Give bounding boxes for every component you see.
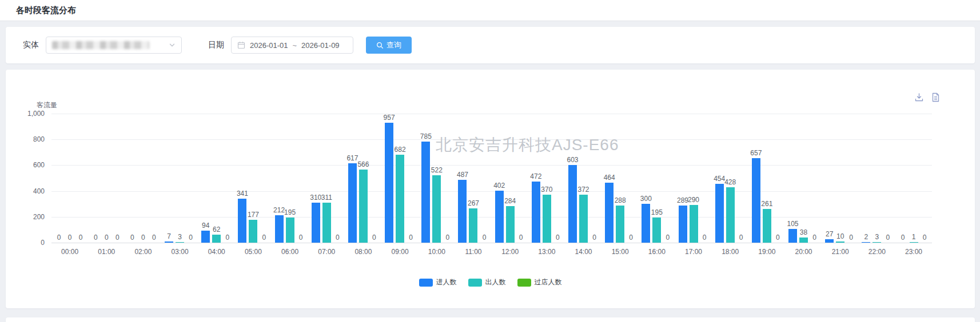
bar-slot-进人数: 0 [55,114,63,243]
download-icon[interactable] [914,92,924,102]
bar-出人数[interactable] [506,206,515,243]
bar-进人数[interactable] [495,191,504,243]
bar-进人数[interactable] [275,215,284,243]
export-document-icon[interactable] [931,92,941,102]
bar-value-label: 0 [57,234,61,242]
bar-出人数[interactable] [432,175,441,243]
bar-出人数[interactable] [359,170,368,243]
bar-value-label: 0 [923,234,927,242]
bar-value-label: 105 [787,220,799,228]
x-axis-tick-label: 23:00 [895,248,932,256]
bar-value-label: 0 [519,234,523,242]
x-axis-tick-label: 10:00 [419,248,455,256]
bar-value-label: 310 [310,194,321,202]
query-button[interactable]: 查询 [366,37,412,54]
bar-slot-进人数: 464 [605,114,614,243]
bar-进人数[interactable] [825,239,834,243]
bar-出人数[interactable] [726,187,735,243]
bar-value-label: 0 [105,234,109,242]
bar-出人数[interactable] [836,242,844,243]
bar-进人数[interactable] [165,242,173,243]
bar-出人数[interactable] [799,238,808,243]
bar-出人数[interactable] [469,208,477,243]
legend-item-进人数[interactable]: 进人数 [419,277,457,287]
bar-group: 4544280 [712,114,748,243]
bar-slot-过店人数: 0 [847,114,855,243]
bar-slot-过店人数: 0 [297,114,305,243]
bar-value-label: 195 [651,208,663,216]
bar-group: 2892900 [675,114,712,243]
legend-item-出人数[interactable]: 出人数 [468,277,506,287]
bar-进人数[interactable] [788,229,797,243]
bar-slot-出人数: 1 [910,114,918,243]
bar-group: 010 [895,114,932,243]
bar-value-label: 0 [445,234,449,242]
bar-slot-过店人数: 0 [553,114,562,243]
bar-进人数[interactable] [862,242,870,243]
date-end-value[interactable]: 2026-01-09 [301,41,340,50]
bar-进人数[interactable] [348,163,357,243]
x-axis-tick-label: 15:00 [602,248,639,256]
chevron-down-icon [169,42,176,49]
x-axis-tick-label: 03:00 [162,248,198,256]
bar-进人数[interactable] [385,123,393,243]
bar-slot-进人数: 657 [752,114,760,243]
bar-进人数[interactable] [605,183,614,243]
bar-group: 000 [125,114,161,243]
bar-slot-出人数: 290 [690,114,698,243]
bar-进人数[interactable] [312,203,320,243]
bar-value-label: 288 [615,196,626,204]
bar-进人数[interactable] [532,182,540,243]
bar-出人数[interactable] [763,209,771,243]
bar-slot-过店人数: 0 [737,114,746,243]
bar-group: 4022840 [492,114,528,243]
date-start-value[interactable]: 2026-01-01 [250,41,288,50]
bar-出人数[interactable] [286,218,294,243]
bar-出人数[interactable] [616,206,624,243]
bar-value-label: 311 [321,194,332,202]
bar-出人数[interactable] [212,235,221,243]
bar-出人数[interactable] [249,220,257,243]
bar-出人数[interactable] [543,195,551,243]
bar-slot-进人数: 487 [458,114,467,243]
bar-group: 000 [51,114,88,243]
legend-item-过店人数[interactable]: 过店人数 [517,277,562,287]
bar-slot-出人数: 370 [543,114,551,243]
bar-进人数[interactable] [679,206,687,243]
search-icon [376,42,384,49]
bar-value-label: 0 [68,234,72,242]
bar-进人数[interactable] [238,199,246,243]
y-axis-title: 客流量 [37,100,57,110]
bar-出人数[interactable] [176,242,184,243]
bar-出人数[interactable] [873,242,881,243]
bar-出人数[interactable] [690,205,698,243]
bar-slot-过店人数: 0 [333,114,342,243]
bar-value-label: 0 [849,234,853,242]
bar-slot-出人数: 62 [212,114,221,243]
bar-出人数[interactable] [322,203,331,243]
bar-进人数[interactable] [568,165,577,243]
bar-slot-出人数: 284 [506,114,515,243]
bar-进人数[interactable] [421,142,430,243]
entity-select[interactable] [46,37,182,54]
category-group: 957682009:00 [382,114,419,256]
bar-出人数[interactable] [579,195,588,243]
x-axis-tick-label: 19:00 [748,248,785,256]
bar-group: 2121950 [272,114,308,243]
bar-出人数[interactable] [910,242,918,243]
bar-进人数[interactable] [752,158,760,243]
bar-出人数[interactable] [652,218,661,243]
x-axis-tick-label: 07:00 [308,248,345,256]
bar-出人数[interactable] [396,155,404,243]
date-range-picker[interactable]: 2026-01-01 ~ 2026-01-09 [231,37,353,54]
bar-slot-出人数: 3 [873,114,881,243]
bar-进人数[interactable] [458,180,467,243]
bar-value-label: 957 [384,114,395,122]
bar-进人数[interactable] [201,231,210,243]
bar-group: 3001950 [639,114,675,243]
page-title: 各时段客流分布 [16,5,76,16]
bar-进人数[interactable] [715,184,724,243]
bar-slot-过店人数: 0 [810,114,819,243]
bar-进人数[interactable] [642,204,650,243]
bar-value-label: 0 [372,234,376,242]
